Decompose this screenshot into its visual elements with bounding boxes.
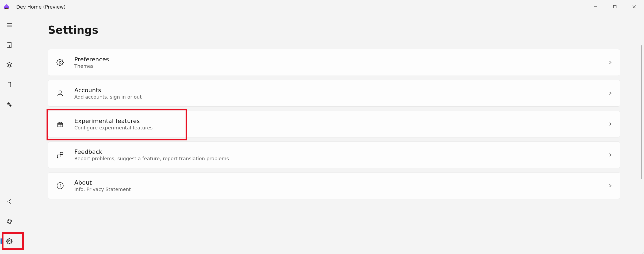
svg-point-17 <box>10 105 11 106</box>
nav-settings[interactable] <box>1 234 17 248</box>
card-text: Experimental features Configure experime… <box>74 118 608 130</box>
card-title: Feedback <box>74 148 608 155</box>
card-text: About Info, Privacy Statement <box>74 179 608 192</box>
scrollbar-thumb[interactable] <box>641 45 642 179</box>
chevron-right-icon <box>608 91 612 95</box>
main-content: Settings Preferences Themes <box>21 13 644 254</box>
nav-machine-config[interactable] <box>1 58 17 72</box>
close-button[interactable] <box>624 0 644 13</box>
card-subtitle: Report problems, suggest a feature, repo… <box>74 156 608 161</box>
window-controls <box>586 0 644 13</box>
settings-item-about[interactable]: About Info, Privacy Statement <box>48 172 620 199</box>
minimize-button[interactable] <box>586 0 605 13</box>
card-subtitle: Configure experimental features <box>74 125 608 130</box>
chevron-right-icon <box>608 184 612 188</box>
nav-whats-new[interactable] <box>1 194 17 209</box>
card-title: About <box>74 179 608 186</box>
nav-utilities[interactable] <box>1 97 17 112</box>
card-title: Experimental features <box>74 118 608 124</box>
card-title: Preferences <box>74 56 608 63</box>
card-text: Accounts Add accounts, sign in or out <box>74 87 608 100</box>
nav-device[interactable] <box>1 77 17 92</box>
svg-text:PRE: PRE <box>5 8 8 9</box>
settings-item-accounts[interactable]: Accounts Add accounts, sign in or out <box>48 80 620 107</box>
card-text: Feedback Report problems, suggest a feat… <box>74 148 608 161</box>
svg-rect-3 <box>614 5 616 8</box>
maximize-button[interactable] <box>605 0 624 13</box>
svg-point-27 <box>60 184 60 185</box>
sidebar <box>0 13 21 254</box>
gift-icon <box>56 119 65 129</box>
feedback-icon <box>56 150 65 159</box>
settings-item-feedback[interactable]: Feedback Report problems, suggest a feat… <box>48 141 620 168</box>
nav-dashboard[interactable] <box>1 38 17 52</box>
app-window: PRE Dev Home (Preview) <box>0 0 644 254</box>
info-icon <box>56 181 65 190</box>
settings-item-experimental[interactable]: Experimental features Configure experime… <box>48 111 620 137</box>
nav-menu-toggle[interactable] <box>1 18 17 32</box>
card-subtitle: Themes <box>74 63 608 69</box>
page-title: Settings <box>48 24 628 36</box>
chevron-right-icon <box>608 153 612 157</box>
settings-item-preferences[interactable]: Preferences Themes <box>48 49 620 76</box>
gear-icon <box>56 58 65 67</box>
svg-rect-24 <box>60 152 63 155</box>
app-icon: PRE <box>0 0 13 13</box>
titlebar: PRE Dev Home (Preview) <box>0 0 644 13</box>
annotation-highlight <box>2 232 24 250</box>
chevron-right-icon <box>608 122 612 126</box>
svg-point-18 <box>9 240 10 242</box>
svg-point-20 <box>59 91 61 93</box>
person-icon <box>56 89 65 98</box>
app-title: Dev Home (Preview) <box>16 4 66 10</box>
card-subtitle: Add accounts, sign in or out <box>74 94 608 100</box>
svg-point-15 <box>8 103 9 104</box>
svg-point-19 <box>59 62 61 64</box>
chevron-right-icon <box>608 60 612 65</box>
card-title: Accounts <box>74 87 608 94</box>
settings-list: Preferences Themes Accounts Add accounts… <box>48 49 628 199</box>
nav-extensions[interactable] <box>1 214 17 229</box>
card-text: Preferences Themes <box>74 56 608 69</box>
body-area: Settings Preferences Themes <box>0 13 644 254</box>
card-subtitle: Info, Privacy Statement <box>74 186 608 192</box>
